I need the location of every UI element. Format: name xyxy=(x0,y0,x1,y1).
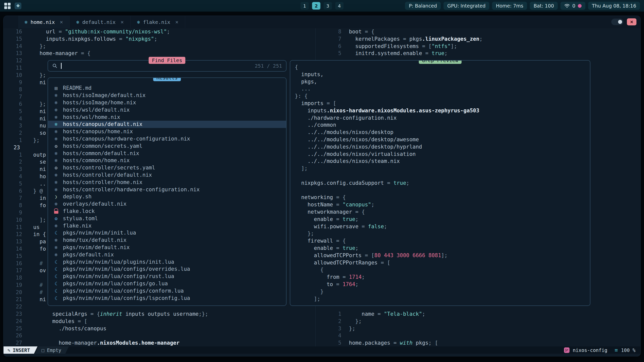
result-path: hosts/wsl/default.nix xyxy=(63,107,130,113)
tab-flake.nix[interactable]: ❄flake.nix× xyxy=(131,16,185,28)
code-segment: inputs xyxy=(295,108,327,114)
result-item[interactable]: ❄home/tux/default.nix xyxy=(48,237,286,244)
workspace-switcher: 1234 xyxy=(301,2,344,10)
line-number: 17 xyxy=(4,267,33,274)
tab-close-icon[interactable]: × xyxy=(120,19,124,25)
result-item[interactable]: ☾pkgs/nvim/nvim/lua/configs/lspconfig.lu… xyxy=(48,294,286,302)
result-path: hosts/canopus/home.nix xyxy=(63,128,133,134)
result-item[interactable]: ❄pkgs/default.nix xyxy=(48,251,286,258)
code-segment: "Tela-black" xyxy=(384,311,422,317)
result-item[interactable]: ❄hosts/common/default.nix xyxy=(48,150,286,157)
line-number: 14 xyxy=(4,43,33,50)
code-line: { xyxy=(295,64,590,71)
result-path: flake.nix xyxy=(63,223,92,229)
code-line: 2 }; xyxy=(316,318,640,325)
result-item[interactable]: ❄hosts/controller/hardware-configuration… xyxy=(48,186,286,193)
workspace-button[interactable]: 3 xyxy=(324,2,332,10)
tab-home.nix[interactable]: ❄home.nix× xyxy=(18,16,70,28)
result-item[interactable]: ❄hosts/wsl/home.nix xyxy=(48,113,286,121)
result-item[interactable]: ❄flake.nix xyxy=(48,222,286,229)
telescope-prompt[interactable]: Find Files 251 / 251 xyxy=(48,60,287,72)
result-item[interactable]: ⚙hosts/controller/secrets.yaml xyxy=(48,164,286,171)
buffer-icon: □ xyxy=(42,347,44,353)
code-segment: name xyxy=(349,311,374,317)
result-item[interactable]: ❄pkgs/nvim/default.nix xyxy=(48,244,286,251)
workspace-button[interactable]: 2 xyxy=(312,2,320,10)
result-item[interactable]: ❄hosts/wsl/default.nix xyxy=(48,106,286,113)
result-item[interactable]: ☾pkgs/nvim/nvim/lua/configs/go.lua xyxy=(48,280,286,287)
code-text: networkmanager = { xyxy=(295,208,365,216)
tab-default.nix[interactable]: ❄default.nix× xyxy=(70,16,131,28)
workspace-button[interactable]: 4 xyxy=(335,2,344,10)
code-segment: from xyxy=(295,274,339,280)
code-segment: = { xyxy=(333,194,346,200)
battery-indicator: Bat: 100 xyxy=(530,2,558,10)
result-item[interactable]: ❄hosts/controller/default.nix xyxy=(48,171,286,179)
result-item[interactable]: ❄hosts/isoImage/home.nix xyxy=(48,99,286,106)
code-text: ni xyxy=(33,108,46,115)
result-item[interactable]: ❄hosts/canopus/hardware-configuration.ni… xyxy=(48,135,286,143)
code-segment: = [ xyxy=(74,318,87,324)
code-segment: "nixpkgs" xyxy=(126,36,154,42)
panel-toggle[interactable] xyxy=(611,19,623,25)
result-item[interactable]: ❄hosts/common/home.nix xyxy=(48,157,286,164)
result-item[interactable]: flake.lock xyxy=(48,208,286,215)
code-line: firewall = { xyxy=(295,237,590,245)
code-text: { xyxy=(295,266,324,274)
code-text: us xyxy=(33,224,39,231)
shell-file-icon: ❯ xyxy=(53,194,59,199)
line-number: 21 xyxy=(4,296,33,303)
code-segment: home-manager xyxy=(33,340,97,346)
window-close-button[interactable]: × xyxy=(627,18,636,25)
result-item[interactable]: ☾pkgs/nvim/nvim/init.lua xyxy=(48,229,286,237)
tab-close-icon[interactable]: × xyxy=(60,19,63,25)
code-segment: = xyxy=(56,29,65,35)
line-number: 4 xyxy=(316,332,349,339)
code-text: ../../modules/nixos/desktop/awesome xyxy=(295,136,419,143)
result-item[interactable]: ❄overlays/default.nix xyxy=(48,200,286,208)
code-line: 26 xyxy=(4,332,315,339)
clock-indicator[interactable]: Thu Aug 08, 18:16 xyxy=(588,2,640,10)
code-segment: = [ xyxy=(324,100,336,106)
result-item[interactable]: ⚙hosts/common/secrets.yaml xyxy=(48,142,286,150)
result-item[interactable]: ☾pkgs/nvim/nvim/lua/plugins/init.lua xyxy=(48,258,286,265)
code-text: from = 1714; xyxy=(295,274,365,281)
code-text: }: { xyxy=(295,93,308,100)
line-number: 2 xyxy=(4,129,33,137)
code-line: imports = [ xyxy=(295,100,590,107)
result-item[interactable]: ❄hosts/canopus/home.nix xyxy=(48,128,286,135)
result-item[interactable]: ❄hosts/isoImage/default.nix xyxy=(48,92,286,99)
code-segment: ../common xyxy=(295,122,336,128)
code-text: # xyxy=(33,260,43,267)
result-item[interactable]: ❯deploy.sh xyxy=(48,193,286,200)
system-tray[interactable]: 0 xyxy=(560,2,585,10)
code-text: ov xyxy=(33,267,46,274)
result-item[interactable]: ☾pkgs/nvim/nvim/lua/configs/overrides.lu… xyxy=(48,265,286,273)
code-text: ../common xyxy=(295,121,336,129)
code-text: home-manager = { xyxy=(33,50,91,57)
result-item[interactable]: ☾pkgs/nvim/nvim/lua/configs/conform.lua xyxy=(48,287,286,294)
line-number: 15 xyxy=(4,253,33,260)
result-path: hosts/controller/home.nix xyxy=(63,179,142,185)
result-counter: 251 / 251 xyxy=(255,63,282,69)
code-segment: ../../modules/nixos/desktop xyxy=(295,129,393,135)
result-item[interactable]: ⚙stylua.toml xyxy=(48,215,286,222)
code-text: ../../modules/nixos/desktop/hyprland xyxy=(295,143,422,151)
launcher-icon[interactable]: ❖ xyxy=(15,3,21,9)
result-item[interactable]: ▤README.md xyxy=(48,84,286,92)
code-segment: nu xyxy=(33,123,46,129)
nix-file-icon: ❄ xyxy=(25,19,27,25)
result-item[interactable]: ❄hosts/canopus/default.nix xyxy=(48,121,286,128)
tab-close-icon[interactable]: × xyxy=(175,19,179,25)
topbar-left: ❖ xyxy=(4,3,21,9)
result-item[interactable]: ❄hosts/controller/home.nix xyxy=(48,178,286,186)
code-segment: inherit xyxy=(100,311,123,317)
result-path: hosts/wsl/home.nix xyxy=(63,114,120,120)
workspace-button[interactable]: 1 xyxy=(301,2,309,10)
code-line: ./hardware-configuration.nix xyxy=(295,114,590,122)
line-number: 12 xyxy=(4,231,33,238)
code-segment: = xyxy=(339,274,349,280)
lines-icon: ≡ xyxy=(615,347,618,353)
result-item[interactable]: ☾pkgs/nvim/nvim/lua/configs/rust.lua xyxy=(48,273,286,280)
apps-grid-icon[interactable] xyxy=(4,3,11,9)
